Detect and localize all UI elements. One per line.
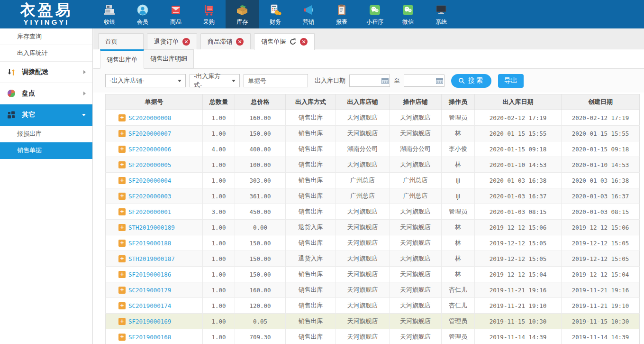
op-shop-cell: 湖南分公司: [390, 141, 442, 157]
sidebar-item-label: 其它: [22, 111, 82, 119]
doc-link[interactable]: STH2019000187: [128, 255, 175, 262]
expand-plus-icon[interactable]: +: [118, 146, 126, 153]
create-date-cell: 2019-12-12 15:04: [562, 267, 640, 282]
expand-plus-icon[interactable]: +: [118, 287, 126, 294]
doc-link[interactable]: SF2020000001: [128, 208, 171, 215]
app-window: 衣盈易 YIYINGYI 收银 会员 商品: [0, 0, 644, 344]
date-to-input[interactable]: [404, 75, 436, 86]
doc-link[interactable]: SF2020000007: [128, 130, 171, 137]
subtab-sales-outbound-detail[interactable]: 销售出库明细: [144, 49, 194, 68]
col-doc-no: 单据号: [106, 94, 203, 110]
nav-item-goods[interactable]: 商品: [159, 0, 192, 28]
expand-plus-icon[interactable]: +: [118, 161, 126, 168]
expand-plus-icon[interactable]: +: [118, 302, 126, 309]
calendar-icon[interactable]: [381, 78, 389, 84]
doc-link[interactable]: SF2020000003: [128, 193, 171, 200]
expand-plus-icon[interactable]: +: [118, 193, 126, 200]
nav-item-miniprogram[interactable]: 小程序: [358, 0, 391, 28]
shop-cell: 天河旗舰店: [336, 298, 390, 314]
create-date-cell: 2020-01-15 09:18: [562, 141, 640, 157]
doc-link[interactable]: SC2019000174: [128, 302, 171, 309]
expand-plus-icon[interactable]: +: [118, 208, 126, 215]
close-icon[interactable]: ✕: [236, 38, 244, 46]
doc-no-input[interactable]: [244, 74, 308, 87]
nav-label: 采购: [203, 18, 215, 26]
sidebar-item-other[interactable]: 其它: [0, 104, 92, 126]
expand-plus-icon[interactable]: +: [118, 255, 126, 262]
calendar-icon[interactable]: [436, 78, 443, 84]
chevron-down-icon: [232, 80, 236, 82]
expand-plus-icon[interactable]: +: [118, 177, 126, 184]
pie-chart-icon: [7, 89, 16, 98]
subtab-sales-outbound[interactable]: 销售出库单: [100, 49, 144, 69]
operator-cell: 林: [442, 126, 475, 141]
search-button[interactable]: 搜索: [451, 74, 491, 88]
expand-plus-icon[interactable]: +: [118, 334, 126, 341]
method-cell: 销售出库: [286, 314, 336, 329]
date-range-label: 出入库日期: [315, 76, 345, 85]
tab-unsalable-goods[interactable]: 商品滞销 ✕: [200, 33, 251, 49]
expand-plus-icon[interactable]: +: [118, 271, 126, 278]
doc-link[interactable]: SF2020000004: [128, 177, 171, 184]
doc-link[interactable]: SF2019000169: [128, 318, 171, 325]
price-cell: 100.00: [235, 157, 286, 173]
doc-link[interactable]: SF2020000006: [128, 146, 171, 153]
expand-plus-icon[interactable]: +: [118, 240, 126, 247]
tab-home[interactable]: 首页: [98, 33, 144, 49]
sidebar-item-inventory-query[interactable]: 库存查询: [0, 28, 92, 45]
doc-link[interactable]: SF2020000005: [128, 161, 171, 168]
shop-cell: 天河旗舰店: [336, 282, 390, 298]
refresh-icon[interactable]: [290, 38, 296, 45]
price-cell: 150.00: [235, 235, 286, 251]
nav-item-member[interactable]: 会员: [126, 0, 159, 28]
sidebar-item-transfer[interactable]: 调拨配送: [0, 62, 92, 83]
op-shop-cell: 天河旗舰店: [390, 126, 442, 141]
date-from-input[interactable]: [350, 75, 381, 86]
nav-label: 库存: [236, 18, 248, 26]
create-date-cell: 2019-12-12 15:06: [562, 220, 640, 235]
sidebar-item-stocktake[interactable]: 盘点: [0, 83, 92, 104]
nav-item-purchase[interactable]: 采购: [192, 0, 226, 28]
qty-cell: 4.00: [203, 141, 235, 157]
sidebar-item-sales-docs[interactable]: 销售单据: [0, 142, 92, 159]
doc-link[interactable]: SF2019000168: [128, 334, 171, 341]
expand-plus-icon[interactable]: +: [118, 224, 126, 231]
sidebar-item-inout-stats[interactable]: 出入库统计: [0, 45, 92, 62]
nav-item-cashier[interactable]: 收银: [93, 0, 126, 28]
doc-link[interactable]: SF2019000188: [128, 240, 171, 247]
nav-item-wechat[interactable]: 微信: [391, 0, 425, 28]
create-date-cell: 2020-01-10 14:53: [562, 157, 640, 173]
top-nav: 收银 会员 商品 采购: [93, 0, 458, 28]
expand-plus-icon[interactable]: +: [118, 318, 126, 325]
shop-cell: 天河旗舰店: [336, 251, 390, 267]
tab-return-orders[interactable]: 退货订单 ✕: [147, 33, 197, 49]
tab-sales-docs[interactable]: 销售单据 ✕: [254, 33, 315, 50]
close-icon[interactable]: ✕: [182, 38, 190, 46]
nav-item-system[interactable]: 系统: [425, 0, 458, 28]
table-row: + STH2019000187 1.00 150.00 退货入库 天河旗舰店 天…: [106, 251, 640, 267]
sidebar-item-damage-out[interactable]: 报损出库: [0, 126, 92, 142]
doc-link[interactable]: SC2020000008: [128, 114, 171, 121]
nav-item-marketing[interactable]: 营销: [292, 0, 325, 28]
doc-link[interactable]: SF2019000186: [128, 271, 171, 278]
col-create-date: 创建日期: [562, 94, 640, 110]
qty-cell: 1.00: [203, 314, 235, 329]
nav-label: 微信: [402, 18, 414, 26]
nav-item-finance[interactable]: 财务: [259, 0, 292, 28]
nav-item-report[interactable]: 报表: [325, 0, 358, 28]
doc-link[interactable]: SC2019000179: [128, 287, 171, 294]
shop-filter-select[interactable]: -出入库店铺-: [105, 74, 186, 87]
doc-link[interactable]: STH2019000189: [128, 224, 175, 231]
doc-no-cell: + SF2019000186: [106, 267, 203, 282]
operator-cell: 管理员: [442, 314, 475, 329]
operator-cell: 林: [442, 251, 475, 267]
create-date-cell: 2019-11-14 14:39: [562, 329, 640, 344]
expand-plus-icon[interactable]: +: [118, 114, 126, 121]
method-filter-select[interactable]: -出入库方式-: [190, 74, 240, 87]
sidebar-item-label: 销售单据: [17, 146, 42, 155]
table-row: + SF2019000169 1.00 0.05 销售出库 天河旗舰店 天河旗舰…: [106, 314, 640, 329]
close-icon[interactable]: ✕: [300, 38, 308, 46]
expand-plus-icon[interactable]: +: [118, 130, 126, 137]
export-button[interactable]: 导出: [498, 74, 524, 88]
nav-item-inventory[interactable]: 库存: [226, 0, 259, 28]
